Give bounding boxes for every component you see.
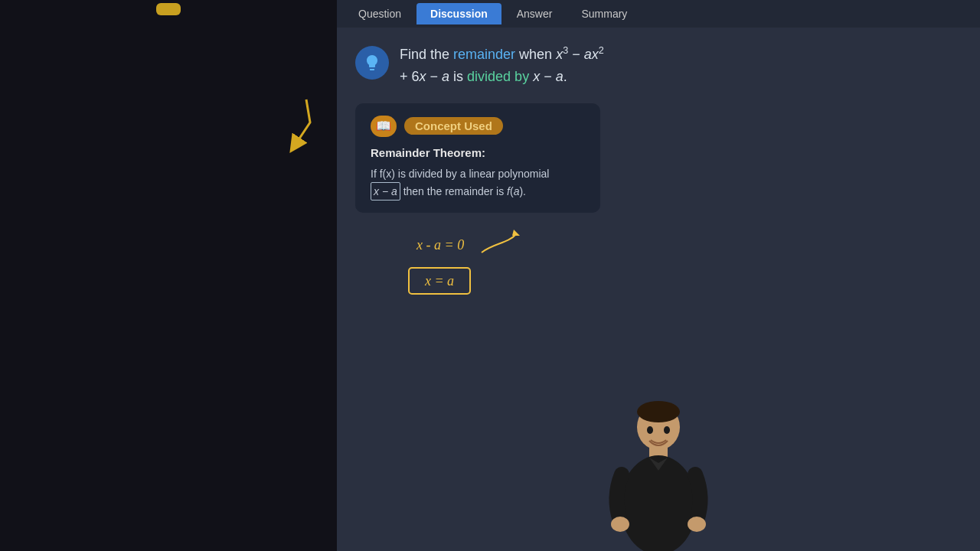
svg-point-8: [647, 426, 653, 434]
presenter-figure: [597, 398, 720, 551]
left-panel: [0, 0, 337, 551]
question-eq1: x3 − ax2: [556, 47, 604, 62]
concept-card: 📖 Concept Used Remainder Theorem: If f(x…: [355, 103, 600, 214]
theorem-body: If f(x) is divided by a linear polynomia…: [371, 165, 585, 201]
svg-text:x = a: x = a: [424, 273, 454, 289]
question-text: Find the remainder when x3 − ax2 + 6x − …: [400, 43, 604, 88]
theorem-body-1: If f(x) is divided by a linear polynomia…: [371, 168, 549, 180]
question-when: when: [515, 47, 556, 62]
question-prefix: Find the: [400, 47, 453, 62]
svg-point-10: [611, 517, 629, 532]
main-panel: Question Discussion Answer Summary Find …: [337, 0, 980, 551]
tab-answer[interactable]: Answer: [503, 3, 567, 24]
svg-point-9: [664, 426, 670, 434]
concept-header: 📖 Concept Used: [371, 116, 585, 137]
question-eq2: + 6x − a: [400, 69, 449, 84]
book-icon: 📖: [371, 116, 397, 137]
svg-point-5: [637, 401, 680, 422]
tab-bar: Question Discussion Answer Summary: [337, 0, 980, 28]
question-is-divided: is: [449, 69, 467, 84]
tab-question[interactable]: Question: [345, 3, 415, 24]
annotation-svg: x - a = 0 x = a: [394, 228, 547, 305]
diagram-area: x - a = 0 x = a: [355, 228, 962, 305]
question-highlight-divided: divided by: [467, 69, 529, 84]
question-highlight-remainder: remainder: [453, 47, 515, 62]
tab-summary[interactable]: Summary: [567, 3, 641, 24]
svg-point-11: [688, 517, 706, 532]
theorem-body-2: then the remainder is f(a).: [400, 185, 526, 197]
question-divisor: x − a.: [529, 69, 567, 84]
question-block: Find the remainder when x3 − ax2 + 6x − …: [355, 43, 962, 88]
svg-text:x - a = 0: x - a = 0: [416, 237, 464, 253]
concept-label: Concept Used: [404, 117, 503, 135]
theorem-boxed-term: x − a: [371, 182, 400, 201]
arrow-decoration: [268, 92, 314, 153]
thumbnail-card: [156, 3, 181, 15]
theorem-title: Remainder Theorem:: [371, 146, 585, 159]
svg-marker-1: [512, 230, 520, 236]
lightbulb-icon: [355, 46, 389, 80]
tab-discussion[interactable]: Discussion: [416, 3, 501, 24]
presenter-area: [582, 383, 735, 551]
